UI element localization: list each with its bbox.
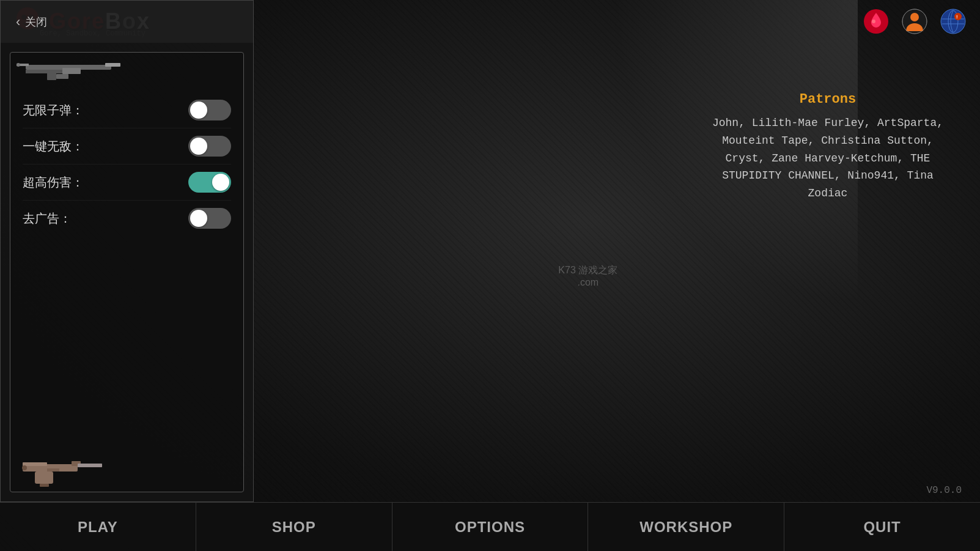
svg-rect-22 xyxy=(23,462,47,466)
svg-point-6 xyxy=(910,13,919,21)
header-icons: ! xyxy=(861,7,968,36)
super-damage-label: 超高伤害： xyxy=(23,174,84,191)
svg-point-27 xyxy=(22,465,27,470)
close-arrow-icon: ‹ xyxy=(16,14,20,30)
infinite-ammo-knob xyxy=(190,102,207,119)
svg-rect-14 xyxy=(26,70,62,73)
svg-rect-19 xyxy=(56,74,68,79)
cheat-row-infinite-ammo: 无限子弹： xyxy=(23,92,231,128)
cheat-row-no-ads: 去广告： xyxy=(23,201,231,236)
version-text: V9.0.0 xyxy=(926,485,962,496)
rifle-image xyxy=(13,56,123,83)
cheat-row-god-mode: 一键无敌： xyxy=(23,128,231,165)
patrons-area: Patrons John, Lilith-Mae Furley, ArtSpar… xyxy=(712,92,943,202)
globe-icon-btn[interactable]: ! xyxy=(938,7,968,36)
svg-rect-15 xyxy=(62,68,81,74)
panel-header: ‹ 关闭 xyxy=(0,0,254,43)
side-panel: ‹ 关闭 无限子弹： xyxy=(0,0,254,502)
no-ads-label: 去广告： xyxy=(23,210,72,227)
god-mode-toggle[interactable] xyxy=(188,136,231,157)
cheats-card: 无限子弹： 一键无敌： 超高伤害： xyxy=(10,52,244,492)
nav-play[interactable]: Play xyxy=(0,503,196,551)
panel-body: 无限子弹： 一键无敌： 超高伤害： xyxy=(0,43,254,502)
no-ads-knob xyxy=(190,210,207,227)
infinite-ammo-label: 无限子弹： xyxy=(23,102,84,119)
svg-text:!: ! xyxy=(956,14,958,20)
svg-rect-25 xyxy=(40,484,49,487)
god-mode-label: 一键无敌： xyxy=(23,138,84,155)
profile-icon-btn[interactable] xyxy=(900,7,929,36)
patrons-title: Patrons xyxy=(712,92,943,107)
svg-rect-18 xyxy=(47,73,56,80)
blood-icon-btn[interactable] xyxy=(861,7,891,36)
svg-rect-26 xyxy=(78,464,102,467)
svg-point-4 xyxy=(872,20,875,23)
close-label: 关闭 xyxy=(25,15,47,29)
god-mode-knob xyxy=(190,138,207,155)
nav-shop[interactable]: Shop xyxy=(196,503,392,551)
nav-options[interactable]: Options xyxy=(392,503,589,551)
super-damage-knob xyxy=(212,174,229,191)
nav-workshop[interactable]: Workshop xyxy=(588,503,784,551)
svg-rect-24 xyxy=(35,471,53,484)
infinite-ammo-toggle[interactable] xyxy=(188,100,231,120)
bottom-nav: Play Shop Options Workshop Quit xyxy=(0,502,980,551)
svg-rect-28 xyxy=(47,468,59,471)
nav-quit[interactable]: Quit xyxy=(784,503,980,551)
super-damage-toggle[interactable] xyxy=(188,172,231,193)
cheat-row-super-damage: 超高伤害： xyxy=(23,165,231,201)
svg-point-20 xyxy=(17,63,20,67)
svg-point-11 xyxy=(954,13,962,20)
svg-rect-17 xyxy=(105,63,120,67)
patrons-list: John, Lilith-Mae Furley, ArtSparta,Moute… xyxy=(712,114,943,202)
close-button[interactable]: ‹ 关闭 xyxy=(10,11,53,33)
no-ads-toggle[interactable] xyxy=(188,208,231,229)
pistol-image xyxy=(17,455,114,489)
